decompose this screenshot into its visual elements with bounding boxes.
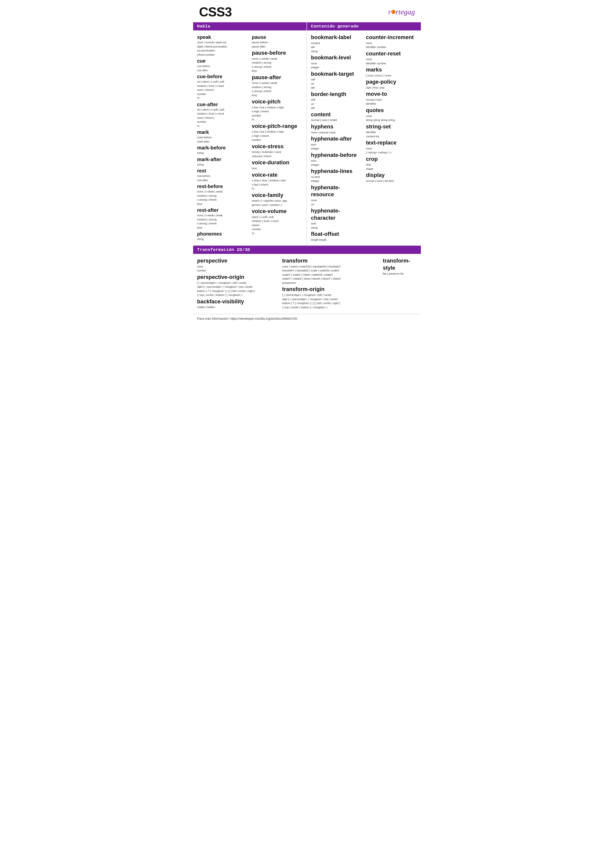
footer: Para más información: https://developer.… — [193, 314, 421, 323]
prop-transform: transform none | matrix | matrix3d | tra… — [282, 257, 379, 285]
top-sections: Habla speak none | normal | spell-outdig… — [193, 22, 421, 246]
prop-bookmark-target: bookmark-target selfurlattr — [311, 71, 362, 90]
prop-marks: marks [ crop | cross ] | none — [366, 66, 417, 78]
prop-rest-before: rest-before none | x-weak | weakmedium |… — [197, 183, 248, 206]
prop-phonemes: phonemes string — [197, 231, 248, 241]
prop-pause-after: pause-after none | x-weak | weakmedium |… — [252, 74, 303, 98]
prop-cue-before: cue-before url [ silent | x-soft | softm… — [197, 73, 248, 100]
prop-mark: mark mark-beforemark-after — [197, 129, 248, 144]
prop-hyphenate-before: hyphenate-before autointeger — [311, 152, 362, 167]
prop-rest: rest rest-beforerest-after — [197, 167, 248, 182]
transform-mid-col: transform none | matrix | matrix3d | tra… — [280, 256, 381, 310]
header: CSS3 rrtegag — [193, 0, 421, 22]
prop-hyphenate-resource: hyphenate-resource noneurl — [311, 184, 362, 206]
prop-hyphens: hyphens none | manual | auto — [311, 123, 362, 134]
prop-mark-after: mark-after string — [197, 156, 248, 167]
prop-text-replace: text-replace none[ <string> <string> ] + — [366, 139, 417, 155]
prop-voice-pitch: voice-pitch x-low | low | medium | highx… — [252, 98, 303, 122]
contenido-col2: counter-increment noneidentifier number … — [364, 33, 419, 242]
prop-pause: pause pause-beforepause-after — [252, 34, 303, 48]
prop-hyphenate-character: hyphenate-character autostring — [311, 207, 362, 229]
logo-text-r: r — [388, 8, 391, 16]
habla-col1: speak none | normal | spell-outdigits | … — [195, 33, 250, 242]
prop-backface-visibility: backface-visibility visible | hidden — [197, 298, 278, 309]
prop-display: display normal | none | list-item — [366, 172, 417, 183]
prop-perspective-origin: perspective-origin [ [ <porcentaje> | <l… — [197, 274, 278, 297]
prop-counter-reset: counter-reset noneidentifier number — [366, 50, 417, 65]
prop-speak: speak none | normal | spell-outdigits | … — [197, 34, 248, 57]
transform-content: perspective nonenumber perspective-origi… — [193, 254, 421, 314]
prop-pause-before: pause-before none | x-weak | weakmedium … — [252, 50, 303, 73]
habla-content: speak none | normal | spell-outdigits | … — [193, 31, 306, 245]
transform-header: Transformación 2D/3D — [193, 246, 421, 254]
prop-border-length: border-length selfurlattr — [311, 91, 362, 110]
prop-voice-volume: voice-volume silent | x-soft | softmediu… — [252, 208, 303, 235]
prop-content: content normal | none | inhibit — [311, 111, 362, 122]
prop-float-offset: float-offset length length — [311, 231, 362, 242]
prop-crop: crop autoshape — [366, 156, 417, 171]
prop-quotes: quotes nonestring string string string — [366, 107, 417, 122]
page-title: CSS3 — [199, 5, 232, 19]
prop-move-to: move-to normal | hereidentifier — [366, 91, 417, 106]
contenido-section: Contenido generado bookmark-label conten… — [307, 22, 421, 245]
prop-page-policy: page-policy start | first | last — [366, 78, 417, 90]
prop-mark-before: mark-before string — [197, 144, 248, 155]
prop-voice-family: voice-family inherit | [ <specific-voice… — [252, 192, 303, 207]
transform-section: Transformación 2D/3D perspective nonenum… — [193, 246, 421, 314]
transform-left-col: perspective nonenumber perspective-origi… — [195, 256, 280, 310]
prop-voice-rate: voice-rate x-slow | slow | medium | fast… — [252, 172, 303, 191]
logo: rrtegag — [388, 8, 415, 16]
logo-dot-icon — [392, 10, 395, 14]
prop-rest-after: rest-after none | x-weak | weakmedium | … — [197, 207, 248, 229]
page: CSS3 rrtegag Habla speak none | normal |… — [193, 0, 421, 323]
contenido-header: Contenido generado — [307, 22, 421, 31]
prop-bookmark-level: bookmark-level noneinteger — [311, 54, 362, 70]
prop-transform-origin: transform-origin [ [ <porcentaje> | <lon… — [282, 286, 379, 309]
prop-transform-style: transform-style flat | preserve-3d — [383, 257, 417, 276]
logo-text-rest: rtegag — [396, 8, 415, 16]
prop-voice-duration: voice-duration time — [252, 159, 303, 170]
prop-string-set: string-set identifiercontent-list — [366, 123, 417, 139]
contenido-content: bookmark-label contentattrstring bookmar… — [307, 31, 421, 245]
prop-voice-pitch-range: voice-pitch-range x-low | low | medium |… — [252, 123, 303, 142]
prop-hyphenate-after: hyphenate-after autointeger — [311, 135, 362, 151]
prop-cue: cue cue-beforecue-after — [197, 57, 248, 72]
prop-counter-increment: counter-increment noneidentifier number — [366, 34, 417, 49]
habla-col2: pause pause-beforepause-after pause-befo… — [250, 33, 305, 242]
prop-voice-stress: voice-stress strong | moderate | nonered… — [252, 143, 303, 158]
habla-header: Habla — [193, 22, 306, 31]
habla-section: Habla speak none | normal | spell-outdig… — [193, 22, 307, 245]
prop-bookmark-label: bookmark-label contentattrstring — [311, 34, 362, 53]
contenido-col1: bookmark-label contentattrstring bookmar… — [309, 33, 364, 242]
prop-cue-after: cue-after url [ silent | x-soft | softme… — [197, 101, 248, 128]
prop-hyphenate-lines: hyphenate-lines no-limitinteger — [311, 168, 362, 183]
transform-right-col: transform-style flat | preserve-3d — [381, 256, 419, 310]
prop-perspective: perspective nonenumber — [197, 257, 278, 273]
